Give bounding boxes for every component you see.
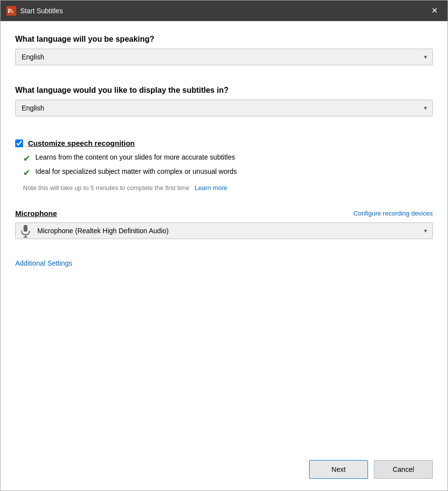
svg-text:3: 3	[11, 10, 14, 14]
speech-recognition-note: Note this will take up to 5 minutes to c…	[23, 184, 433, 191]
checkmark-icon-2: ✔	[23, 167, 30, 179]
display-language-dropdown-wrapper: English Spanish French German ▾	[15, 100, 433, 116]
speech-recognition-checkbox-label[interactable]: Customize speech recognition	[15, 139, 433, 147]
speech-recognition-section: Customize speech recognition ✔ Learns fr…	[15, 139, 433, 200]
content-spacer	[15, 277, 433, 442]
cancel-button[interactable]: Cancel	[374, 460, 433, 479]
learn-more-link[interactable]: Learn more	[195, 184, 227, 191]
microphone-dropdown[interactable]: Microphone (Realtek High Definition Audi…	[15, 222, 433, 239]
speech-recognition-checkbox[interactable]	[15, 139, 23, 147]
close-button[interactable]: ✕	[427, 5, 442, 17]
checkmark-icon-1: ✔	[23, 153, 30, 164]
speaking-language-label: What language will you be speaking?	[15, 35, 433, 44]
speaking-language-dropdown[interactable]: English Spanish French German	[15, 49, 433, 65]
configure-recording-link[interactable]: Configure recording devices	[353, 210, 433, 217]
speech-recognition-label-text: Customize speech recognition	[28, 139, 135, 147]
microphone-dropdown-wrapper: Microphone (Realtek High Definition Audi…	[15, 222, 433, 239]
note-text-content: Note this will take up to 5 minutes to c…	[23, 184, 189, 191]
microphone-header: Microphone Configure recording devices	[15, 209, 433, 218]
bullet-item-2: ✔ Ideal for specialized subject matter w…	[23, 167, 433, 179]
next-button[interactable]: Next	[309, 460, 368, 479]
microphone-title: Microphone	[15, 209, 57, 218]
microphone-section: Microphone Configure recording devices M…	[15, 209, 433, 254]
speaking-language-section: What language will you be speaking? Engl…	[15, 35, 433, 76]
title-bar: P 3 Start Subtitles ✕	[0, 0, 448, 21]
bullet-item-1: ✔ Learns from the content on your slides…	[23, 153, 433, 164]
dialog-footer: Next Cancel	[0, 452, 448, 491]
app-icon: P 3	[6, 6, 16, 16]
title-bar-text: Start Subtitles	[20, 7, 427, 15]
speaking-language-dropdown-wrapper: English Spanish French German ▾	[15, 49, 433, 65]
display-language-section: What language would you like to display …	[15, 86, 433, 127]
dialog-window: P 3 Start Subtitles ✕ What language will…	[0, 0, 448, 491]
additional-settings-wrapper: Additional Settings	[15, 259, 433, 277]
bullet-text-2: Ideal for specialized subject matter wit…	[35, 167, 237, 175]
additional-settings-link[interactable]: Additional Settings	[15, 259, 72, 267]
bullet-text-1: Learns from the content on your slides f…	[35, 153, 235, 161]
display-language-dropdown[interactable]: English Spanish French German	[15, 100, 433, 116]
display-language-label: What language would you like to display …	[15, 86, 433, 95]
speech-recognition-bullets: ✔ Learns from the content on your slides…	[15, 153, 433, 179]
dialog-content: What language will you be speaking? Engl…	[0, 21, 448, 452]
